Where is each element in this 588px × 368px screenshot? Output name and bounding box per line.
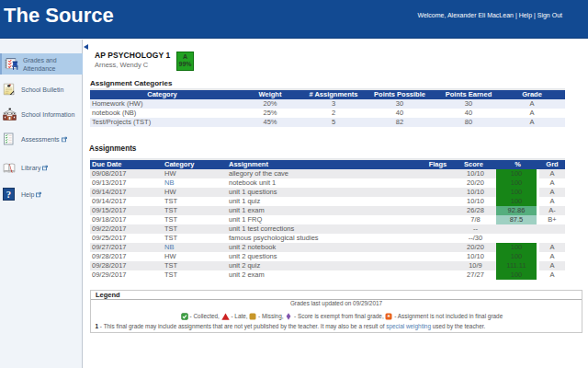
svg-text:?: ? xyxy=(6,189,11,200)
